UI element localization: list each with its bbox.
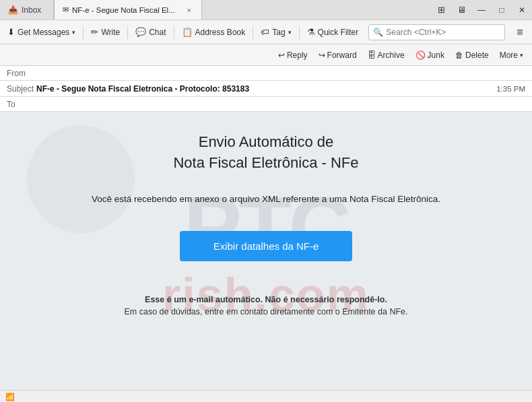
- forward-label: Forward: [327, 51, 357, 60]
- more-arrow-icon: ▾: [520, 52, 523, 59]
- tag-arrow: ▾: [288, 29, 292, 36]
- separator-1: [83, 26, 84, 39]
- footer-line1: Esse é um e-mail automático. Não é neces…: [124, 295, 407, 304]
- tag-button[interactable]: 🏷 Tag ▾: [256, 24, 296, 40]
- get-messages-icon: ⬇: [7, 27, 15, 37]
- subject-bar: Subject NF-e - Segue Nota Fiscal Eletron…: [0, 81, 532, 97]
- email-time: 1:35 PM: [496, 85, 525, 93]
- reply-icon: ↩: [278, 51, 285, 60]
- chat-label: Chat: [149, 28, 166, 37]
- forward-button[interactable]: ↪ Forward: [314, 48, 362, 62]
- separator-3: [174, 26, 174, 39]
- search-input[interactable]: [386, 28, 500, 37]
- tab-close-button[interactable]: ×: [185, 5, 193, 15]
- address-book-button[interactable]: 📋 Address Book: [177, 24, 251, 40]
- footer-line2: Em caso de dúvidas, entre em contato dir…: [124, 307, 407, 316]
- email-title: Envio Automático de Nota Fiscal Eletrôni…: [173, 132, 358, 174]
- window-controls: ⊞ 🖥 — □ ✕: [431, 0, 532, 20]
- write-icon: ✏: [91, 27, 98, 37]
- from-bar: From: [0, 66, 532, 81]
- address-book-icon: 📋: [182, 27, 193, 37]
- write-button[interactable]: ✏ Write: [86, 24, 125, 40]
- status-icon: 📶: [5, 393, 15, 401]
- forward-icon: ↪: [319, 51, 325, 60]
- get-messages-button[interactable]: ⬇ Get Messages ▾: [3, 24, 80, 40]
- email-subtitle: Você está recebendo em anexo o arquivo X…: [92, 194, 440, 204]
- address-book-label: Address Book: [195, 28, 246, 37]
- quick-filter-button[interactable]: ⚗ Quick Filter: [302, 24, 364, 40]
- subject-label: Subject: [7, 84, 34, 94]
- get-messages-arrow: ▾: [72, 29, 75, 36]
- search-icon: 🔍: [373, 28, 383, 37]
- separator-2: [127, 26, 128, 39]
- email-body: PTC rish.com Envio Automático de Nota Fi…: [0, 112, 532, 390]
- toolbar: ⬇ Get Messages ▾ ✏ Write 💬 Chat 📋 Addres…: [0, 20, 532, 44]
- quick-filter-label: Quick Filter: [318, 28, 359, 37]
- email-title-line1: Envio Automático de: [199, 133, 334, 150]
- minimize-button[interactable]: —: [471, 0, 492, 20]
- email-tab-icon: ✉: [63, 5, 69, 14]
- email-actions-bar: ↩ Reply ↪ Forward 🗄 Archive 🚫 Junk 🗑 Del…: [0, 44, 532, 66]
- delete-button[interactable]: 🗑 Delete: [451, 48, 494, 62]
- email-title-line2: Nota Fiscal Eletrônica - NFe: [173, 154, 358, 171]
- extra-btn-2[interactable]: 🖥: [451, 0, 471, 20]
- email-footer: Esse é um e-mail automático. Não é neces…: [124, 295, 407, 316]
- get-messages-label: Get Messages: [18, 28, 69, 37]
- titlebar-spacer: [202, 0, 431, 20]
- reply-label: Reply: [287, 51, 308, 60]
- junk-button[interactable]: 🚫 Junk: [411, 48, 449, 62]
- separator-5: [299, 26, 300, 39]
- to-bar: To: [0, 97, 532, 112]
- subject-value: NF-e - Segue Nota Fiscal Eletronica - Pr…: [36, 84, 496, 94]
- separator-4: [253, 26, 253, 39]
- to-label: To: [7, 100, 15, 109]
- email-content: Envio Automático de Nota Fiscal Eletrôni…: [64, 132, 468, 316]
- delete-label: Delete: [465, 51, 489, 60]
- search-box[interactable]: 🔍: [368, 24, 505, 40]
- from-label: From: [7, 69, 26, 78]
- archive-button[interactable]: 🗄 Archive: [363, 48, 409, 62]
- archive-label: Archive: [378, 51, 405, 60]
- tab-inbox[interactable]: 📥 Inbox: [0, 0, 54, 20]
- chat-icon: 💬: [135, 27, 146, 37]
- reply-button[interactable]: ↩ Reply: [273, 48, 312, 62]
- tab-email-label: NF-e - Segue Nota Fiscal El...: [72, 6, 182, 14]
- junk-label: Junk: [428, 51, 444, 60]
- close-button[interactable]: ✕: [512, 0, 532, 20]
- tab-inbox-label: Inbox: [22, 5, 41, 15]
- delete-icon: 🗑: [455, 51, 463, 60]
- filter-icon: ⚗: [307, 27, 315, 37]
- archive-icon: 🗄: [368, 51, 376, 60]
- chat-button[interactable]: 💬 Chat: [131, 24, 170, 40]
- tag-label: Tag: [272, 28, 285, 37]
- write-label: Write: [101, 28, 120, 37]
- tag-icon: 🏷: [261, 27, 269, 37]
- extra-btn-1[interactable]: ⊞: [431, 0, 451, 20]
- email-body-container[interactable]: PTC rish.com Envio Automático de Nota Fi…: [0, 112, 532, 390]
- menu-button[interactable]: ≡: [510, 23, 529, 42]
- junk-icon: 🚫: [415, 51, 426, 60]
- tab-email-active[interactable]: ✉ NF-e - Segue Nota Fiscal El... ×: [54, 0, 202, 20]
- statusbar: 📶: [0, 390, 532, 402]
- maximize-button[interactable]: □: [492, 0, 512, 20]
- inbox-icon: 📥: [8, 5, 18, 15]
- cta-button[interactable]: Exibir datalhes da NF-e: [180, 231, 353, 261]
- more-label: More: [500, 51, 518, 60]
- more-button[interactable]: More ▾: [495, 48, 528, 62]
- titlebar: 📥 Inbox ✉ NF-e - Segue Nota Fiscal El...…: [0, 0, 532, 20]
